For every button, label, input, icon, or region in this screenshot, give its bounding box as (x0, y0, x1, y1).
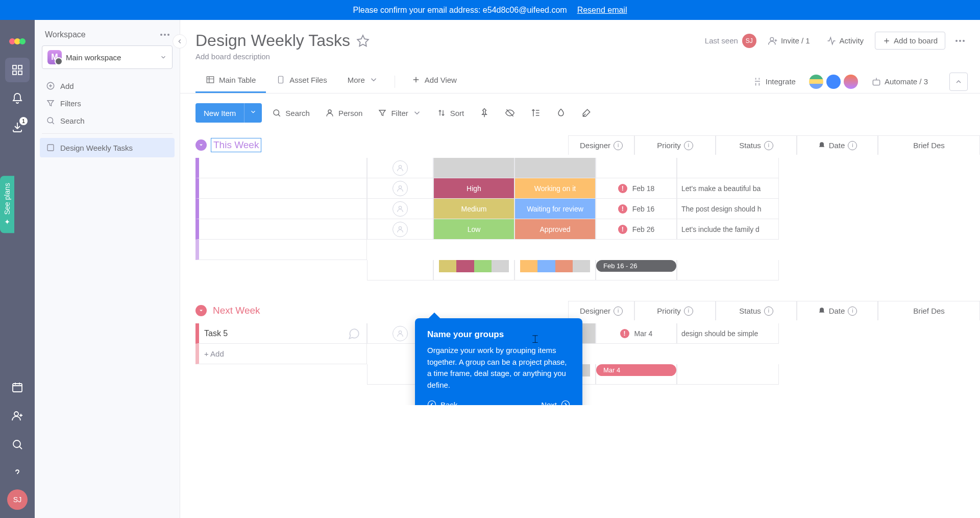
svg-rect-7 (13, 384, 22, 392)
table-row[interactable]: Low Approved !Feb 26 Let's include the f… (195, 219, 980, 240)
invite-button[interactable]: Invite / 1 (763, 33, 815, 49)
add-to-board-button[interactable]: Add to board (875, 32, 945, 50)
table-row[interactable]: High Working on it !Feb 18 Let's make a … (195, 178, 980, 199)
svg-point-25 (399, 331, 401, 333)
activity-button[interactable]: Activity (821, 33, 869, 49)
group-summary-row: Feb 16 - 26 (195, 260, 980, 280)
brief-cell[interactable]: Let's include the family d (677, 219, 779, 240)
rail-calendar-icon[interactable] (5, 375, 30, 399)
rail-workspaces-icon[interactable] (5, 58, 30, 82)
tab-asset-files[interactable]: Asset Files (266, 70, 337, 93)
info-icon[interactable]: i (684, 307, 693, 316)
rail-notifications-icon[interactable] (5, 86, 30, 111)
priority-cell[interactable]: Medium (433, 199, 514, 219)
brief-cell[interactable]: Let's make a beautiful ba (677, 178, 779, 199)
sidebar-search[interactable]: Search (40, 112, 175, 129)
toolbar-hide-icon[interactable] (500, 103, 520, 123)
automate-button[interactable]: Automate / 3 (866, 74, 933, 90)
toolbar-color-icon[interactable] (551, 103, 571, 123)
last-seen[interactable]: Last seenSJ (705, 34, 756, 48)
person-placeholder-icon[interactable] (393, 326, 408, 341)
rail-inbox-icon[interactable]: 1 (5, 115, 30, 139)
person-placeholder-icon[interactable] (393, 181, 408, 196)
board-toolbar: New Item Search Person Filter Sort (180, 93, 980, 132)
collapse-header-button[interactable] (949, 73, 968, 91)
info-icon[interactable]: i (848, 307, 857, 316)
brief-cell[interactable]: The post design should h (677, 199, 779, 219)
status-cell[interactable]: Waiting for review (514, 199, 596, 219)
board-title[interactable]: Design Weekly Tasks (195, 31, 350, 50)
brief-cell[interactable] (677, 158, 779, 178)
add-item-row[interactable] (195, 240, 980, 260)
add-item-row[interactable]: + Add (195, 344, 980, 364)
date-cell[interactable]: !Feb 26 (596, 219, 677, 240)
workspace-selector[interactable]: M Main workspace (42, 45, 173, 69)
svg-point-8 (14, 412, 18, 416)
new-item-button[interactable]: New Item (195, 103, 262, 123)
toolbar-other-icon[interactable] (576, 103, 597, 123)
status-cell[interactable]: Working on it (514, 178, 596, 199)
priority-cell[interactable] (433, 158, 514, 178)
tooltip-next-button[interactable]: Next (541, 400, 570, 405)
rail-people-icon[interactable] (5, 404, 30, 428)
group-title-input[interactable]: This Week (211, 138, 261, 152)
chat-icon[interactable] (347, 327, 360, 340)
toolbar-sort[interactable]: Sort (432, 104, 470, 122)
email-confirm-banner: Please confirm your email address: e54d8… (0, 0, 980, 20)
table-row[interactable] (195, 158, 980, 178)
rail-user-avatar[interactable]: SJ (7, 489, 28, 510)
sidebar-filters[interactable]: Filters (40, 95, 175, 112)
group-title[interactable]: Next Week (211, 304, 262, 317)
view-tabs: Main Table Asset Files More Add View Int… (180, 70, 980, 93)
status-cell[interactable]: Approved (514, 219, 596, 240)
info-icon[interactable]: i (764, 141, 773, 150)
board-menu-icon[interactable] (955, 40, 965, 42)
date-range-pill: Mar 4 (596, 364, 676, 376)
group-toggle-icon[interactable] (195, 305, 207, 316)
person-placeholder-icon[interactable] (393, 201, 408, 217)
rail-help-icon[interactable] (5, 461, 30, 485)
date-cell[interactable] (596, 158, 677, 178)
toolbar-filter[interactable]: Filter (373, 104, 426, 122)
favorite-star-icon[interactable] (356, 34, 370, 48)
toolbar-height-icon[interactable] (525, 103, 546, 123)
integrate-button[interactable]: Integrate (747, 74, 801, 90)
toolbar-pin-icon[interactable] (474, 103, 495, 123)
col-priority: Priorityi (634, 301, 716, 320)
date-cell[interactable]: !Feb 18 (596, 178, 677, 199)
person-placeholder-icon[interactable] (393, 160, 408, 176)
table-row[interactable]: Task 5 !Mar 4 design should be simple (195, 323, 980, 344)
info-icon[interactable]: i (764, 307, 773, 316)
status-cell[interactable] (514, 158, 596, 178)
date-cell[interactable]: !Feb 16 (596, 199, 677, 219)
rail-search-icon[interactable] (5, 432, 30, 457)
monday-logo-icon[interactable] (8, 29, 27, 48)
brief-cell[interactable]: design should be simple (677, 323, 779, 344)
board-description[interactable]: Add board description (195, 52, 965, 61)
resend-email-link[interactable]: Resend email (577, 6, 627, 15)
tab-more[interactable]: More (337, 70, 388, 93)
svg-point-13 (770, 37, 774, 41)
info-icon[interactable]: i (848, 141, 857, 150)
tab-main-table[interactable]: Main Table (195, 70, 266, 93)
toolbar-search[interactable]: Search (267, 104, 315, 122)
info-icon[interactable]: i (614, 307, 623, 316)
priority-cell[interactable]: High (433, 178, 514, 199)
priority-cell[interactable]: Low (433, 219, 514, 240)
sidebar-board-item[interactable]: Design Weekly Tasks (40, 138, 175, 157)
see-plans-tab[interactable]: ✦ See plans (0, 176, 14, 233)
sidebar-menu-icon[interactable] (160, 34, 169, 36)
workspace-icon: M (47, 50, 62, 64)
table-row[interactable]: Medium Waiting for review !Feb 16 The po… (195, 199, 980, 219)
toolbar-person[interactable]: Person (320, 104, 368, 122)
new-item-dropdown-icon[interactable] (244, 103, 262, 123)
date-cell[interactable]: !Mar 4 (596, 323, 677, 344)
info-icon[interactable]: i (614, 141, 623, 150)
person-placeholder-icon[interactable] (393, 222, 408, 237)
add-view-button[interactable]: Add View (401, 70, 467, 93)
info-icon[interactable]: i (684, 141, 693, 150)
group-toggle-icon[interactable] (195, 139, 207, 151)
sidebar-add[interactable]: Add (40, 77, 175, 95)
sidebar-collapse-button[interactable] (173, 34, 187, 49)
tooltip-back-button[interactable]: Back (427, 400, 457, 405)
